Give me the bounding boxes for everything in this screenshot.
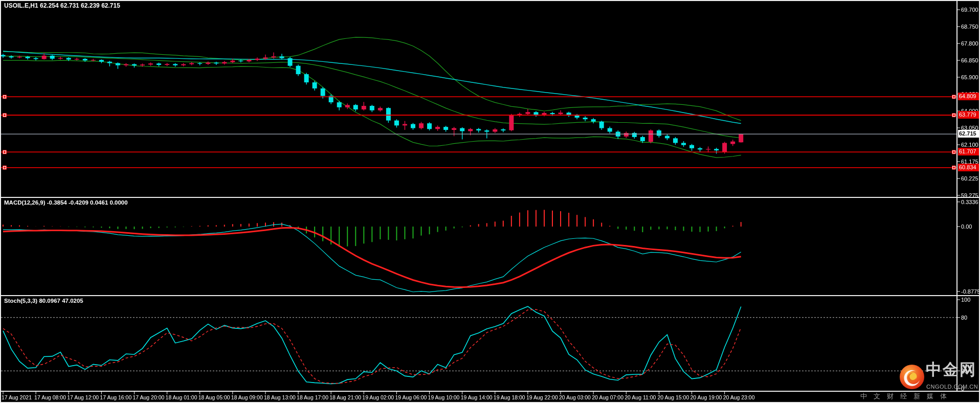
time-axis-label: 18 Aug 21:00 xyxy=(329,394,361,401)
macd-indicator-label: MACD(12,26,9) -0.3854 -0.4209 0.0461 0.0… xyxy=(4,199,128,206)
watermark-domain: CNGOLD.COM.CN xyxy=(926,384,978,390)
chart-window: USOIL.E,H1 62.254 62.731 62.239 62.715 M… xyxy=(0,0,980,403)
time-axis-label: 20 Aug 07:00 xyxy=(592,394,623,401)
price-axis-label: 62.100 xyxy=(961,142,978,148)
price-axis-border xyxy=(956,0,957,392)
time-axis-label: 19 Aug 02:00 xyxy=(362,394,394,401)
time-axis-label: 18 Aug 09:00 xyxy=(231,394,263,401)
time-axis-label: 17 Aug 08:00 xyxy=(34,394,66,401)
price-axis-label: 59.275 xyxy=(961,192,978,199)
time-axis-label: 20 Aug 23:00 xyxy=(723,394,755,401)
time-axis-label: 20 Aug 03:00 xyxy=(559,394,591,401)
separator-macd-stoch[interactable] xyxy=(0,295,980,296)
time-axis-label: 20 Aug 19:00 xyxy=(691,394,722,401)
time-axis-label: 17 Aug 16:00 xyxy=(100,394,131,401)
stoch-axis-label: 80 xyxy=(961,315,967,321)
macd-axis-label: 0.3336 xyxy=(961,199,978,206)
time-axis-label: 18 Aug 17:00 xyxy=(297,394,328,401)
price-level-label[interactable]: 60.834 xyxy=(958,164,980,171)
current-price-label: 62.715 xyxy=(958,130,980,138)
price-axis-label: 67.800 xyxy=(961,40,978,47)
price-level-label[interactable]: 61.707 xyxy=(958,148,980,155)
separator-main-macd[interactable] xyxy=(0,197,980,198)
time-axis-label: 19 Aug 10:00 xyxy=(428,394,460,401)
chart-canvas[interactable] xyxy=(0,0,980,403)
price-axis-label: 60.225 xyxy=(961,175,978,182)
time-axis-label: 17 Aug 20:00 xyxy=(132,394,164,401)
price-axis-label: 69.700 xyxy=(961,7,978,13)
chart-title: USOIL.E,H1 62.254 62.731 62.239 62.715 xyxy=(4,3,120,9)
time-axis-label: 20 Aug 11:00 xyxy=(625,394,656,401)
cngold-logo-icon xyxy=(899,364,925,390)
time-axis-label: 19 Aug 06:00 xyxy=(395,394,427,401)
time-axis-label: 19 Aug 22:00 xyxy=(526,394,558,401)
macd-axis-label: -0.8775 xyxy=(961,288,980,295)
price-axis-label: 65.900 xyxy=(961,74,978,81)
price-axis-label: 66.850 xyxy=(961,57,978,64)
watermark-brand: 中金网 xyxy=(926,366,976,373)
macd-axis-label: 0.00 xyxy=(961,223,972,230)
separator-time-axis xyxy=(0,391,980,392)
frame-left xyxy=(0,0,1,403)
frame-top xyxy=(0,0,980,1)
time-axis-label: 20 Aug 15:00 xyxy=(657,394,689,401)
time-axis-label: 18 Aug 13:00 xyxy=(264,394,296,401)
price-level-label[interactable]: 64.809 xyxy=(958,93,980,100)
price-level-label[interactable]: 63.779 xyxy=(958,111,980,119)
time-axis-label: 19 Aug 14:00 xyxy=(461,394,493,401)
time-axis-label: 19 Aug 18:00 xyxy=(494,394,525,401)
stoch-axis-label: 100 xyxy=(961,297,970,303)
price-axis-label: 68.750 xyxy=(961,24,978,30)
stoch-indicator-label: Stoch(5,3,3) 80.0967 47.0205 xyxy=(4,298,83,304)
time-axis-label: 18 Aug 05:00 xyxy=(198,394,230,401)
time-axis-label: 18 Aug 01:00 xyxy=(166,394,197,401)
time-axis-label: 17 Aug 2021 xyxy=(2,394,32,401)
time-axis-label: 17 Aug 12:00 xyxy=(67,394,99,401)
watermark-tagline: 中文财经新媒体 xyxy=(860,393,953,399)
